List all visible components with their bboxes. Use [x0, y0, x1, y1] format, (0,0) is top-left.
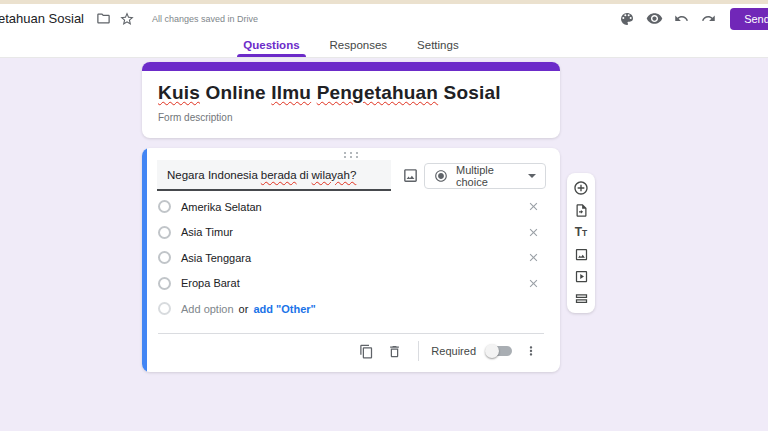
import-questions-button[interactable]: [570, 199, 592, 221]
redo-button[interactable]: [697, 8, 719, 30]
remove-option-button[interactable]: [525, 199, 541, 215]
add-option-row: Add option or add "Other": [142, 296, 560, 322]
required-toggle[interactable]: [485, 344, 512, 358]
radio-checked-icon: [434, 169, 448, 183]
form-title[interactable]: Kuis Online Ilmu Pengetahuan Sosial: [158, 82, 544, 104]
add-video-button[interactable]: [570, 265, 592, 287]
app-header: etahuan Sosial All changes saved in Driv…: [0, 4, 768, 33]
radio-unchecked-icon: [158, 251, 171, 264]
question-word: wilayah?: [312, 169, 357, 181]
option-row[interactable]: Amerika Selatan: [142, 194, 560, 220]
palette-icon: [619, 11, 635, 27]
more-vert-icon: [524, 344, 538, 358]
star-icon: [119, 11, 135, 27]
delete-question-button[interactable]: [382, 339, 406, 363]
question-header-row: Negara Indonesia berada di wilayah? Mult…: [157, 160, 546, 191]
add-image-icon: [574, 247, 589, 262]
image-icon: [402, 167, 419, 184]
title-word: Online: [205, 82, 265, 103]
title-word: Sosial: [444, 82, 501, 103]
remove-option-button[interactable]: [525, 250, 541, 266]
trash-icon: [387, 344, 402, 359]
form-canvas: Kuis Online Ilmu Pengetahuan Sosial Form…: [0, 58, 768, 431]
close-icon: [527, 226, 540, 239]
tab-bar: Questions Responses Settings: [0, 33, 768, 58]
insert-toolbar: TT: [567, 173, 595, 313]
question-word: berada: [261, 169, 297, 181]
option-label[interactable]: Eropa Barat: [181, 277, 240, 289]
import-questions-icon: [574, 203, 589, 218]
remove-option-button[interactable]: [525, 224, 541, 240]
radio-unchecked-icon: [158, 200, 171, 213]
radio-unchecked-icon: [158, 226, 171, 239]
question-more-options-button[interactable]: [519, 339, 543, 363]
add-question-button[interactable]: [570, 177, 592, 199]
drag-handle[interactable]: [344, 152, 358, 158]
form-title-topbar[interactable]: etahuan Sosial: [0, 11, 84, 26]
header-left: etahuan Sosial All changes saved in Driv…: [0, 8, 258, 30]
question-footer-toolbar: Required: [142, 334, 560, 369]
footer-vertical-divider: [418, 341, 419, 361]
question-type-dropdown[interactable]: Multiple choice: [424, 163, 546, 189]
question-type-label: Multiple choice: [456, 164, 520, 188]
option-row[interactable]: Asia Timur: [142, 220, 560, 246]
undo-icon: [674, 11, 689, 26]
radio-unchecked-icon: [158, 277, 171, 290]
title-word: Pengetahuan: [317, 82, 439, 103]
remove-option-button[interactable]: [525, 275, 541, 291]
close-icon: [527, 277, 540, 290]
option-label[interactable]: Asia Timur: [181, 226, 233, 238]
option-label[interactable]: Asia Tenggara: [181, 252, 251, 264]
star-button[interactable]: [116, 8, 138, 30]
add-video-icon: [574, 269, 589, 284]
add-other-link[interactable]: add "Other": [253, 303, 315, 315]
tab-settings[interactable]: Settings: [414, 33, 462, 57]
add-section-button[interactable]: [570, 287, 592, 309]
add-question-icon: [573, 180, 589, 196]
option-row[interactable]: Eropa Barat: [142, 271, 560, 297]
add-title-icon: TT: [575, 225, 588, 239]
header-right: Send: [616, 8, 768, 30]
radio-unchecked-icon: [158, 302, 171, 315]
required-label: Required: [431, 345, 476, 357]
add-image-button[interactable]: [570, 243, 592, 265]
question-text-input[interactable]: Negara Indonesia berada di wilayah?: [157, 160, 391, 191]
theme-color-bar: [142, 62, 560, 71]
folder-icon: [96, 11, 111, 26]
or-text: or: [239, 303, 249, 315]
add-section-icon: [574, 291, 589, 306]
copy-icon: [359, 344, 374, 359]
undo-button[interactable]: [670, 8, 692, 30]
redo-icon: [701, 11, 716, 26]
form-header-card[interactable]: Kuis Online Ilmu Pengetahuan Sosial Form…: [142, 62, 560, 138]
tab-responses[interactable]: Responses: [327, 33, 391, 57]
folder-move-button[interactable]: [92, 8, 114, 30]
close-icon: [527, 251, 540, 264]
preview-eye-icon: [646, 10, 663, 27]
option-label[interactable]: Amerika Selatan: [181, 201, 262, 213]
title-word: Kuis: [158, 82, 200, 103]
question-word: Negara Indonesia: [167, 169, 258, 181]
add-option-button[interactable]: Add option: [181, 303, 234, 315]
tab-questions[interactable]: Questions: [240, 33, 302, 57]
form-description-field[interactable]: Form description: [158, 112, 544, 123]
duplicate-question-button[interactable]: [354, 339, 378, 363]
close-icon: [527, 200, 540, 213]
save-status: All changes saved in Drive: [152, 14, 258, 24]
theme-button[interactable]: [616, 8, 638, 30]
option-row[interactable]: Asia Tenggara: [142, 245, 560, 271]
send-button[interactable]: Send: [730, 8, 768, 30]
title-word: Ilmu: [271, 82, 311, 103]
add-title-button[interactable]: TT: [570, 221, 592, 243]
add-image-to-question-button[interactable]: [398, 164, 422, 188]
active-question-indicator: [142, 148, 147, 372]
preview-button[interactable]: [643, 8, 665, 30]
question-card[interactable]: Negara Indonesia berada di wilayah? Mult…: [142, 148, 560, 372]
options-list: Amerika Selatan Asia Timur Asia Tenggara…: [142, 194, 560, 322]
toggle-thumb: [485, 344, 499, 358]
question-word: di: [300, 169, 309, 181]
chevron-down-icon: [528, 174, 536, 178]
google-forms-app: etahuan Sosial All changes saved in Driv…: [0, 0, 768, 58]
